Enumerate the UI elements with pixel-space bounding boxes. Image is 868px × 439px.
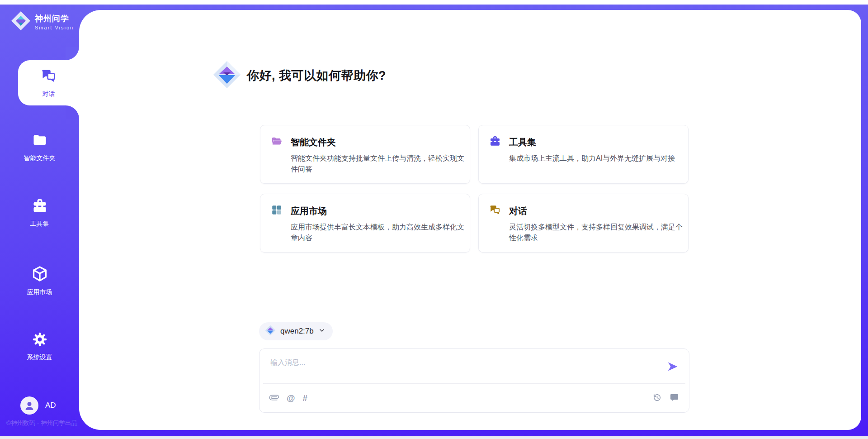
sidebar-item-toolset[interactable]: 工具集: [0, 190, 79, 235]
folder-open-icon: [271, 135, 283, 149]
top-strip: [0, 0, 868, 5]
sidebar-item-label: 智能文件夹: [24, 154, 56, 162]
cube-icon: [31, 265, 48, 284]
chat-bubble-icon: [670, 393, 679, 404]
app-background: 神州问学 Smart Vision 对话 智能文件夹: [0, 5, 868, 436]
card-desc: 集成市场上主流工具，助力AI与外界无缝扩展与对接: [509, 153, 686, 164]
card-desc: 智能文件夹功能支持批量文件上传与清洗，轻松实现文件问答: [291, 153, 468, 175]
model-selector[interactable]: qwen2:7b: [259, 322, 333, 340]
send-button[interactable]: [666, 361, 679, 373]
chat-bubbles-icon: [489, 204, 501, 218]
sidebar-item-label: 应用市场: [27, 288, 52, 296]
chat-bubbles-icon: [41, 68, 57, 86]
message-composer: @ #: [259, 348, 689, 413]
user-avatar-icon: [20, 396, 38, 415]
sidebar: 神州问学 Smart Vision 对话 智能文件夹: [0, 5, 79, 436]
greeting-block: 你好, 我可以如何帮助你?: [212, 60, 386, 91]
toolbox-icon: [32, 198, 48, 216]
folder-icon: [32, 132, 48, 150]
briefcase-icon: [489, 135, 501, 149]
chevron-down-icon: [318, 327, 326, 336]
history-icon: [652, 393, 662, 404]
user-profile[interactable]: AD: [20, 396, 56, 415]
card-desc: 灵活切换多模型文件，支持多样回复效果调试，满足个性化需求: [509, 222, 686, 243]
topic-button[interactable]: #: [303, 394, 308, 402]
sidebar-item-label: 工具集: [30, 220, 49, 228]
brand-name: 神州问学: [35, 13, 74, 24]
feature-card-app-market[interactable]: 应用市场 应用市场提供丰富长文本模板，助力高效生成多样化文章内容: [260, 194, 470, 253]
card-desc: 应用市场提供丰富长文本模板，助力高效生成多样化文章内容: [291, 222, 468, 243]
brand-logo: 神州问学 Smart Vision: [10, 10, 74, 33]
message-input[interactable]: [259, 349, 648, 381]
tab-fillet-bottom: [66, 105, 79, 119]
model-name: qwen2:7b: [280, 327, 314, 336]
blocks-icon: [271, 204, 283, 218]
bottom-scrollbar-strip: [0, 436, 868, 439]
sidebar-item-settings[interactable]: 系统设置: [0, 324, 79, 369]
greeting-title: 你好, 我可以如何帮助你?: [247, 67, 386, 84]
sidebar-item-label: 对话: [42, 90, 55, 98]
sidebar-item-smart-folder[interactable]: 智能文件夹: [0, 124, 79, 170]
greeting-logo-icon: [212, 60, 241, 91]
at-icon: @: [287, 394, 295, 402]
send-icon: [667, 361, 679, 374]
brand-diamond-icon: [10, 10, 32, 33]
paperclip-icon: [269, 393, 279, 404]
sidebar-item-label: 系统设置: [27, 353, 52, 362]
user-initials: AD: [45, 401, 56, 410]
tab-fillet-top: [66, 47, 79, 60]
copyright-footer: ©神州数码 · 神州问学出品: [6, 419, 77, 427]
brand-subtitle: Smart Vision: [35, 25, 74, 30]
card-title: 智能文件夹: [291, 136, 336, 148]
main-content-panel: 你好, 我可以如何帮助你? 智能文件夹 智能文件夹功能支持批量文件上传与清洗，轻…: [79, 10, 861, 430]
card-title: 对话: [509, 205, 527, 217]
conversation-button[interactable]: [670, 393, 679, 404]
sidebar-item-app-market[interactable]: 应用市场: [0, 258, 79, 303]
card-title: 工具集: [509, 136, 536, 148]
attach-file-button[interactable]: [269, 393, 279, 404]
mention-button[interactable]: @: [287, 394, 295, 402]
feature-card-smart-folder[interactable]: 智能文件夹 智能文件夹功能支持批量文件上传与清洗，轻松实现文件问答: [260, 125, 470, 184]
model-logo-icon: [265, 325, 276, 338]
composer-toolbar: @ #: [263, 383, 685, 412]
card-title: 应用市场: [291, 205, 327, 217]
sidebar-item-chat[interactable]: 对话: [18, 60, 79, 105]
gear-icon: [32, 331, 48, 349]
history-button[interactable]: [652, 393, 662, 404]
feature-card-chat[interactable]: 对话 灵活切换多模型文件，支持多样回复效果调试，满足个性化需求: [478, 194, 689, 253]
hash-icon: #: [303, 394, 308, 402]
feature-card-toolset[interactable]: 工具集 集成市场上主流工具，助力AI与外界无缝扩展与对接: [478, 125, 689, 184]
